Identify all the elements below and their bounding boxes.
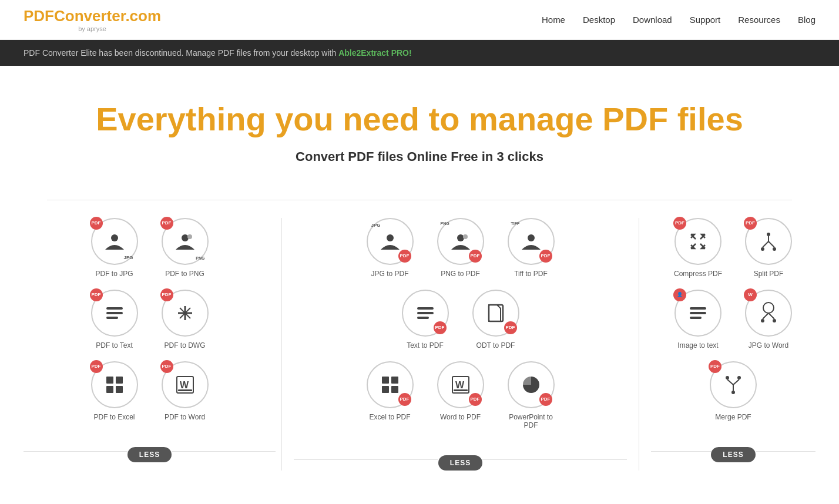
jpg-to-pdf-icon: PDF JPG	[367, 218, 414, 265]
nav-support[interactable]: Support	[690, 15, 721, 25]
logo-pdf: PDF	[24, 7, 54, 25]
pdf-to-jpg-label: PDF to JPG	[95, 270, 133, 278]
svg-point-48	[761, 319, 764, 322]
pdf-to-text-item[interactable]: PDF PDF to Text	[85, 290, 144, 350]
text-to-pdf-item[interactable]: PDF Text to PDF	[396, 290, 455, 350]
svg-rect-42	[690, 307, 706, 310]
less-line-right	[482, 459, 627, 460]
nav-download[interactable]: Download	[633, 15, 672, 25]
pdf-to-excel-label: PDF to Excel	[93, 413, 135, 421]
image-to-text-icon: 👤	[674, 290, 721, 337]
compress-pdf-label: Compress PDF	[674, 270, 722, 278]
nav-blog[interactable]: Blog	[798, 15, 815, 25]
svg-line-38	[763, 241, 768, 247]
tiff-to-pdf-item[interactable]: PDF TIFF Tiff to PDF	[502, 218, 561, 278]
compress-pdf-icon: PDF	[674, 218, 721, 265]
excel-to-pdf-item[interactable]: PDF Excel to PDF	[361, 361, 420, 429]
center-less-button[interactable]: LESS	[438, 455, 482, 471]
pdf-badge: PDF	[90, 360, 103, 373]
pdf-badge: PDF	[90, 217, 103, 230]
svg-text:W: W	[180, 380, 189, 390]
merge-pdf-item[interactable]: PDF Merge PDF	[704, 361, 763, 421]
pdf-to-text-icon: PDF	[91, 290, 138, 337]
pdf-badge: PDF	[90, 288, 103, 301]
center-row-1: PDF JPG JPG to PDF PDF PNG PNG to PDF PD…	[361, 218, 561, 278]
w-badge: W	[744, 288, 757, 301]
banner-link[interactable]: Able2Extract PRO!	[338, 48, 411, 58]
svg-rect-25	[382, 377, 389, 384]
tiff-to-pdf-icon: PDF TIFF	[508, 218, 555, 265]
center-less-row: LESS	[294, 449, 627, 471]
svg-point-0	[111, 234, 118, 241]
less-line-right	[172, 451, 276, 452]
word-to-pdf-item[interactable]: W PDF Word to PDF	[431, 361, 490, 429]
svg-rect-13	[116, 386, 123, 393]
svg-line-53	[733, 379, 739, 385]
svg-rect-31	[454, 389, 468, 391]
jpg-to-word-item[interactable]: W JPG to Word	[739, 290, 798, 350]
image-to-text-item[interactable]: 👤 Image to text	[669, 290, 727, 350]
merge-pdf-icon: PDF	[710, 361, 757, 408]
jpg-to-pdf-item[interactable]: PDF JPG JPG to PDF	[361, 218, 420, 278]
nav-home[interactable]: Home	[542, 15, 565, 25]
png-to-pdf-item[interactable]: PDF PNG PNG to PDF	[431, 218, 490, 278]
svg-rect-43	[690, 312, 706, 314]
svg-rect-11	[116, 377, 123, 384]
svg-line-52	[727, 379, 733, 385]
hero-subheading: Convert PDF files Online Free in 3 click…	[24, 149, 815, 164]
center-converter-col: PDF JPG JPG to PDF PDF PNG PNG to PDF PD…	[282, 218, 639, 471]
nav-desktop[interactable]: Desktop	[583, 15, 615, 25]
jpg-to-pdf-label: JPG to PDF	[371, 270, 408, 278]
svg-point-17	[387, 234, 394, 241]
pdf-to-excel-item[interactable]: PDF PDF to Excel	[85, 361, 144, 421]
pdf-to-text-label: PDF to Text	[96, 341, 132, 350]
svg-rect-22	[417, 312, 434, 314]
tiff-to-pdf-label: Tiff to PDF	[514, 270, 548, 278]
pdf-badge: PDF	[744, 217, 757, 230]
svg-point-51	[737, 376, 741, 379]
svg-line-39	[768, 241, 774, 247]
announcement-banner: PDF Converter Elite has been discontinue…	[0, 40, 839, 66]
pdf-badge: PDF	[673, 217, 686, 230]
left-row-2: PDF PDF to Text PDF	[85, 290, 214, 350]
logo[interactable]: PDFConverter.com by apryse	[24, 7, 161, 32]
compress-pdf-item[interactable]: PDF Compress PDF	[669, 218, 727, 278]
svg-rect-44	[690, 317, 702, 319]
less-line-left	[24, 451, 127, 452]
pdf-to-png-item[interactable]: PDF PNG PDF to PNG	[156, 218, 214, 278]
odt-to-pdf-item[interactable]: PDF ODT to PDF	[467, 290, 525, 350]
png-to-pdf-label: PNG to PDF	[441, 270, 480, 278]
svg-rect-28	[391, 386, 398, 393]
svg-point-49	[773, 319, 776, 322]
pdf-to-dwg-item[interactable]: PDF PDF to DWG	[156, 290, 214, 350]
svg-rect-5	[106, 317, 118, 319]
image-to-text-label: Image to text	[677, 341, 718, 350]
main-nav: Home Desktop Download Support Resources …	[542, 15, 815, 25]
left-converter-col: PDF JPG PDF to JPG PDF PNG PDF to PNG	[24, 218, 282, 471]
pdf-to-word-item[interactable]: PDF W PDF to Word	[156, 361, 214, 421]
pdf-to-word-icon: PDF W	[162, 361, 209, 408]
ppt-to-pdf-item[interactable]: PDF PowerPoint to PDF	[502, 361, 561, 429]
svg-rect-16	[178, 389, 192, 391]
pdf-badge-br: PDF	[539, 393, 552, 406]
hero-section: Everything you need to manage PDF files …	[0, 66, 839, 182]
pdf-badge-br: PDF	[434, 321, 447, 334]
logo-converter: Converter.com	[54, 7, 161, 25]
svg-rect-12	[106, 386, 113, 393]
svg-point-40	[761, 247, 764, 251]
right-row-1: PDF Compress PDF	[669, 218, 798, 278]
left-less-button[interactable]: LESS	[127, 447, 172, 462]
svg-point-55	[731, 391, 735, 394]
svg-point-45	[763, 303, 774, 313]
pdf-badge-br: PDF	[469, 250, 482, 263]
svg-rect-10	[106, 377, 113, 384]
pdf-to-jpg-item[interactable]: PDF JPG PDF to JPG	[85, 218, 144, 278]
right-less-button[interactable]: LESS	[711, 447, 755, 462]
split-pdf-item[interactable]: PDF Split PDF	[739, 218, 798, 278]
pdf-badge-br: PDF	[469, 393, 482, 406]
pdf-badge-br: PDF	[398, 393, 411, 406]
svg-point-41	[773, 247, 776, 251]
nav-resources[interactable]: Resources	[738, 15, 780, 25]
svg-rect-4	[106, 312, 123, 314]
svg-point-2	[187, 234, 192, 239]
